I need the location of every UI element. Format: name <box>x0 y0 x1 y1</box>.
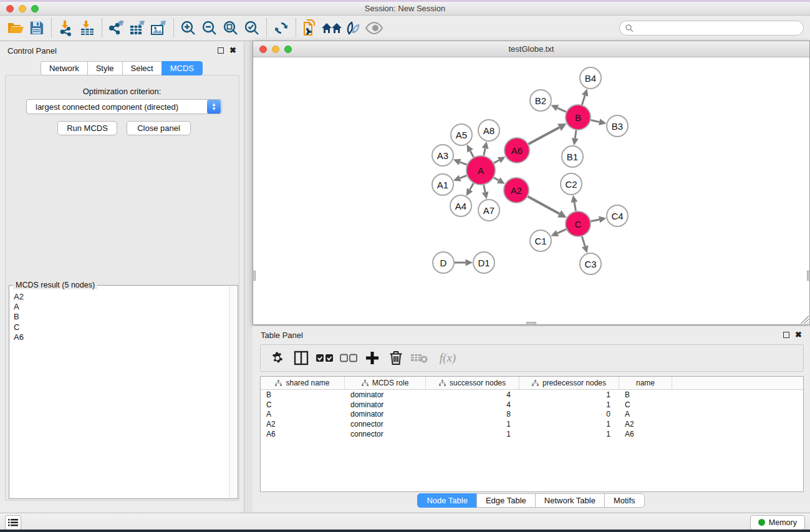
eye-icon[interactable] <box>364 18 385 38</box>
criterion-dropdown[interactable]: largest connected component (directed) ▲… <box>26 99 222 114</box>
graph-edge-B-B2[interactable] <box>557 108 566 112</box>
graph-edge-A-A3[interactable] <box>460 162 466 165</box>
graph-edge-A-A5[interactable] <box>470 151 473 157</box>
new-network-from-selection-icon[interactable] <box>300 18 321 38</box>
close-panel-button[interactable]: Close panel <box>127 121 191 135</box>
export-image-icon[interactable] <box>148 18 170 38</box>
tab-node-table[interactable]: Node Table <box>417 493 477 508</box>
column-header-predecessor-nodes[interactable]: predecessor nodes <box>519 377 619 389</box>
graph-edge-A-A4[interactable] <box>470 183 473 190</box>
close-panel-icon[interactable]: ✖ <box>229 47 236 54</box>
delete-table-icon[interactable] <box>409 347 430 369</box>
graph-edge-B-B4[interactable] <box>582 95 585 105</box>
graph-node-B3[interactable]: B3 <box>607 115 628 137</box>
graph-node-C[interactable]: C <box>566 211 591 236</box>
import-network-icon[interactable] <box>55 18 77 38</box>
graph-node-A4[interactable]: A4 <box>450 195 471 216</box>
graph-node-A1[interactable]: A1 <box>432 174 453 195</box>
graph-edge-A-A8[interactable] <box>484 148 485 156</box>
graph-node-A3[interactable]: A3 <box>432 145 453 166</box>
column-header-shared-name[interactable]: shared name <box>261 377 345 389</box>
resize-corner-icon[interactable] <box>801 316 809 324</box>
result-item[interactable]: C <box>14 322 225 332</box>
graph-node-C4[interactable]: C4 <box>607 205 628 226</box>
table-row[interactable]: A2connector11A2 <box>261 419 803 429</box>
graph-edge-A2-C[interactable] <box>528 196 559 214</box>
graph-edge-C-C4[interactable] <box>591 220 600 221</box>
graph-edge-B-B1[interactable] <box>575 130 576 138</box>
column-browser-icon[interactable] <box>291 347 312 369</box>
tab-mcds[interactable]: MCDS <box>162 61 203 75</box>
splitter-grip-right[interactable] <box>807 271 810 281</box>
add-column-icon[interactable] <box>362 347 383 369</box>
show-hide-style-icon[interactable] <box>342 18 364 38</box>
network-canvas[interactable]: B4B2BB3A5A8A6A3B1AA1C2A2A4A7C4CC1C3DD1 <box>253 57 809 324</box>
tab-style[interactable]: Style <box>87 61 123 75</box>
graph-node-B[interactable]: B <box>566 105 591 130</box>
graph-node-A2[interactable]: A2 <box>504 178 529 203</box>
function-builder-icon[interactable]: f(x) <box>433 347 463 369</box>
zoom-in-icon[interactable] <box>178 18 199 38</box>
graph-edge-B-B3[interactable] <box>591 120 599 122</box>
select-all-icon[interactable] <box>314 347 335 369</box>
graph-node-D1[interactable]: D1 <box>473 252 494 273</box>
result-item[interactable]: A2 <box>14 292 225 302</box>
result-item[interactable]: A <box>14 302 225 312</box>
graph-edge-A-A2[interactable] <box>494 178 499 180</box>
table-row[interactable]: Bdominator41B <box>261 390 803 400</box>
graph-node-B1[interactable]: B1 <box>562 146 583 167</box>
table-row[interactable]: Adominator80A <box>261 410 803 420</box>
tab-motifs[interactable]: Motifs <box>604 493 645 508</box>
zoom-out-icon[interactable] <box>199 18 220 38</box>
search-input[interactable] <box>636 24 803 32</box>
graph-node-C1[interactable]: C1 <box>530 230 551 251</box>
table-row[interactable]: Cdominator41C <box>261 400 803 410</box>
graph-edge-A6-B[interactable] <box>528 127 559 144</box>
table-close-panel-icon[interactable]: ✖ <box>795 332 802 338</box>
tab-select[interactable]: Select <box>122 61 162 75</box>
graph-node-A[interactable]: A <box>466 156 495 185</box>
houses-icon[interactable] <box>321 18 342 38</box>
deselect-all-icon[interactable] <box>338 347 359 369</box>
result-scrollbar[interactable] <box>229 286 237 498</box>
graph-edge-C-C3[interactable] <box>582 236 585 246</box>
network-window-titlebar[interactable]: testGlobe.txt <box>253 41 809 57</box>
column-header-name[interactable]: name <box>619 377 672 389</box>
zoom-selected-icon[interactable] <box>241 18 263 38</box>
graph-node-A7[interactable]: A7 <box>478 200 499 221</box>
save-icon[interactable] <box>26 18 47 38</box>
gear-icon[interactable] <box>267 347 288 369</box>
splitter-grip-left[interactable] <box>253 271 256 281</box>
tab-network[interactable]: Network <box>41 61 88 75</box>
refresh-icon[interactable] <box>271 18 292 38</box>
result-item[interactable]: A6 <box>14 332 225 342</box>
column-header-successor-nodes[interactable]: successor nodes <box>426 377 519 389</box>
mcds-result-list[interactable]: A2ABCA6 <box>10 289 229 498</box>
table-row[interactable]: A6connector11A6 <box>261 429 803 439</box>
tab-network-table[interactable]: Network Table <box>535 493 605 508</box>
graph-edge-C-C1[interactable] <box>557 230 566 233</box>
graph-edge-A-A7[interactable] <box>484 185 485 193</box>
delete-icon[interactable] <box>385 347 407 369</box>
table-float-panel-icon[interactable] <box>783 332 789 338</box>
zoom-fit-icon[interactable] <box>220 18 241 38</box>
result-item[interactable]: B <box>14 312 225 322</box>
graph-node-B2[interactable]: B2 <box>530 90 551 111</box>
graph-node-C3[interactable]: C3 <box>580 253 601 274</box>
graph-node-A6[interactable]: A6 <box>504 138 529 163</box>
graph-edge-C-C2[interactable] <box>574 202 576 211</box>
splitter-grip-bottom[interactable] <box>526 322 536 325</box>
memory-button[interactable]: Memory <box>750 515 805 530</box>
import-table-icon[interactable] <box>77 18 98 38</box>
open-folder-icon[interactable] <box>5 18 26 38</box>
run-mcds-button[interactable]: Run MCDS <box>57 121 117 135</box>
graph-node-A8[interactable]: A8 <box>478 120 499 141</box>
export-network-icon[interactable] <box>106 18 127 38</box>
graph-node-B4[interactable]: B4 <box>580 67 601 89</box>
graph-edge-A-A1[interactable] <box>460 175 467 178</box>
graph-node-C2[interactable]: C2 <box>561 173 582 195</box>
export-table-icon[interactable] <box>127 18 148 38</box>
graph-node-A5[interactable]: A5 <box>451 124 472 145</box>
tab-edge-table[interactable]: Edge Table <box>476 493 536 508</box>
graph-node-D[interactable]: D <box>433 252 454 273</box>
